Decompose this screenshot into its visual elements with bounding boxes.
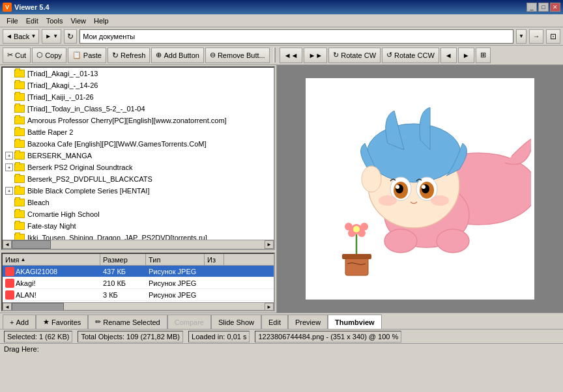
col-header-from[interactable]: Из (205, 254, 224, 265)
tab-favorites[interactable]: ★ Favorites (36, 315, 88, 329)
tree-item-label: Ikki_Tousen_Shining_Dragon_JAP_PS2DVD[to… (27, 234, 207, 240)
folder-icon (14, 93, 25, 101)
refresh-address-button[interactable]: ↻ (64, 29, 77, 44)
menu-file[interactable]: File (3, 16, 22, 26)
tab-thumbview[interactable]: Thumbview (328, 315, 382, 329)
menu-edit[interactable]: Edit (22, 16, 42, 26)
drag-bar[interactable]: Drag Here: (0, 343, 563, 355)
rotate-ccw-button[interactable]: ↺ Rotate CCW (382, 48, 439, 63)
tree-item[interactable]: Fate-stay Night (3, 220, 274, 232)
image-display (306, 78, 534, 300)
view-mode-button[interactable]: ⊞ (476, 48, 491, 63)
file-list-container: Имя ▲ Размер Тип Из AKAGI21008437 КБРису… (1, 253, 275, 311)
tree-item-label: Berserk PS2 Original Soundtrack (27, 163, 132, 171)
menu-view[interactable]: View (66, 16, 90, 26)
arrow-right-button[interactable]: ► (458, 48, 474, 63)
hscroll-thumb[interactable] (12, 240, 51, 249)
expand-button[interactable]: + (5, 187, 13, 195)
remove-icon: ⊖ (210, 51, 216, 59)
file-tree[interactable]: [Triad]_Akagi_-_01-13[Triad]_Akagi_-_14-… (3, 68, 274, 240)
list-hscroll-thumb[interactable] (12, 303, 64, 311)
forward-button[interactable]: ► ▼ (42, 29, 61, 44)
viewer-toolbar: ◄◄ ►► ↻ Rotate CW ↺ Rotate CCW ◄ ► ⊞ (277, 46, 493, 64)
col-header-size[interactable]: Размер (100, 254, 146, 265)
address-dropdown-button[interactable]: ▼ (516, 29, 527, 44)
tree-hscroll[interactable]: ◄ ► (3, 240, 274, 249)
expand-button[interactable]: + (5, 152, 13, 160)
col-header-name[interactable]: Имя ▲ (3, 254, 100, 265)
folder-icon (14, 117, 25, 124)
file-size: 3 КБ (100, 290, 146, 300)
file-from (205, 271, 224, 272)
remove-button[interactable]: ⊖ Remove Butt... (205, 48, 270, 63)
back-button[interactable]: ◄ Back ▼ (3, 29, 39, 44)
fullscreen-button[interactable]: ⊡ (546, 29, 560, 44)
tab-slideshow[interactable]: Slide Show (211, 315, 261, 329)
tree-item[interactable]: +Bible Black Complete Series [HENTAI] (3, 185, 274, 197)
tree-item-label: [Triad]_Akagi_-_01-13 (27, 70, 98, 77)
tree-item[interactable]: +BERSERK_MANGA (3, 150, 274, 161)
tree-item-label: [Triad]_Kaiji_-_01-26 (27, 93, 94, 101)
refresh-button[interactable]: ↻ Refresh (108, 48, 151, 63)
list-item[interactable]: ALAN!3 КБРисунок JPEG (3, 289, 274, 301)
hscroll-left[interactable]: ◄ (3, 240, 12, 249)
menu-help[interactable]: Help (90, 16, 113, 26)
copy-button[interactable]: ⬡ Copy (32, 48, 66, 63)
right-panel (277, 65, 563, 313)
menu-tools[interactable]: Tools (42, 16, 67, 26)
minimize-button[interactable]: _ (527, 3, 537, 12)
tree-item[interactable]: Cromartie High School (3, 208, 274, 220)
tab-edit[interactable]: Edit (261, 315, 288, 329)
rotate-cw-button[interactable]: ↻ Rotate CW (328, 48, 381, 63)
file-list-rows: AKAGI21008437 КБРисунок JPEGAkagi!210 КБ… (3, 266, 274, 301)
svg-point-5 (367, 124, 461, 182)
tree-item[interactable]: [Triad]_Today_in_Class_5-2_-_01-04 (3, 103, 274, 115)
list-item[interactable]: AKAGI21008437 КБРисунок JPEG (3, 266, 274, 277)
tree-item-label: [Triad]_Today_in_Class_5-2_-_01-04 (27, 105, 145, 113)
file-from (205, 283, 224, 284)
close-button[interactable]: ✕ (550, 3, 560, 12)
tree-item[interactable]: Bazooka Cafe [English][PC][WwW.GamesTorr… (3, 138, 274, 150)
folder-icon (14, 210, 25, 218)
list-hscroll[interactable]: ◄ ► (3, 302, 274, 311)
address-field[interactable] (79, 29, 513, 44)
col-header-type[interactable]: Тип (146, 254, 205, 265)
tree-item[interactable]: +Berserk PS2 Original Soundtrack (3, 161, 274, 173)
status-selected: Selected: 1 (62 KB) (4, 331, 72, 343)
svg-point-25 (353, 226, 360, 232)
prev-button[interactable]: ◄◄ (280, 48, 303, 63)
bottom-tabs: + Add ★ Favorites ✏ Rename Selected Comp… (0, 313, 563, 329)
toolbars-row: ✂ Cut ⬡ Copy 📋 Paste ↻ Refresh ⊕ Add But… (0, 46, 563, 65)
tree-item[interactable]: Battle Raper 2 (3, 126, 274, 138)
hscroll-right[interactable]: ► (265, 240, 274, 249)
list-item[interactable]: Akagi!210 КБРисунок JPEG (3, 277, 274, 289)
title-bar-left: V Viewer 5.4 (3, 3, 50, 12)
svg-rect-18 (342, 254, 371, 259)
tab-add[interactable]: + Add (3, 315, 36, 329)
go-button[interactable]: → (529, 29, 543, 44)
left-panel: [Triad]_Akagi_-_01-13[Triad]_Akagi_-_14-… (0, 65, 277, 313)
tab-preview[interactable]: Preview (288, 315, 328, 329)
tab-rename[interactable]: ✏ Rename Selected (88, 315, 167, 329)
tree-item[interactable]: Berserk_PS2_DVDFULL_BLACKCATS (3, 173, 274, 185)
add-button[interactable]: ⊕ Add Button (151, 48, 203, 63)
tree-item-label: Bleach (27, 199, 50, 206)
tree-item[interactable]: Amorous Professor Cherry[PC][English][ww… (3, 115, 274, 126)
list-hscroll-left[interactable]: ◄ (3, 303, 12, 311)
cut-button[interactable]: ✂ Cut (3, 48, 31, 63)
paste-button[interactable]: 📋 Paste (68, 48, 106, 63)
arrow-left-button[interactable]: ◄ (440, 48, 457, 63)
next-button[interactable]: ►► (304, 48, 327, 63)
tree-item[interactable]: [Triad]_Akagi_-_14-26 (3, 79, 274, 91)
list-hscroll-right[interactable]: ► (265, 303, 274, 311)
tree-item[interactable]: [Triad]_Akagi_-_01-13 (3, 68, 274, 79)
maximize-button[interactable]: □ (538, 3, 549, 12)
tree-item[interactable]: Bleach (3, 197, 274, 208)
tab-compare[interactable]: Compare (167, 315, 211, 329)
expand-button[interactable]: + (5, 163, 13, 171)
tree-item[interactable]: Ikki_Tousen_Shining_Dragon_JAP_PS2DVD[to… (3, 232, 274, 240)
tree-item-label: Fate-stay Night (27, 222, 76, 230)
folder-icon (14, 140, 25, 148)
svg-point-3 (437, 229, 469, 253)
tree-item[interactable]: [Triad]_Kaiji_-_01-26 (3, 91, 274, 103)
